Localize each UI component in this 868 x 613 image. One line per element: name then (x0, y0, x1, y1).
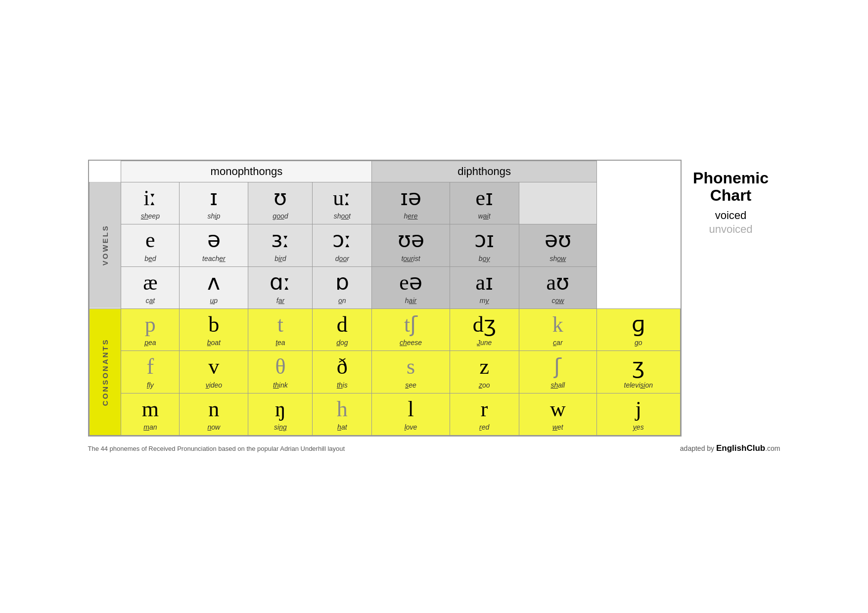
phoneme-symbol: ʊ (250, 186, 310, 210)
phoneme-cell: ʌ up (180, 266, 248, 308)
vowel-row-1: VOWELS iː sheep ɪ ship ʊ good (89, 182, 680, 224)
phoneme-symbol: ɪ (182, 186, 246, 210)
phoneme-cell: e bed (121, 224, 180, 266)
phoneme-cell: ʊə tourist (372, 224, 450, 266)
phoneme-word: cheese (374, 339, 447, 347)
phoneme-cell: n now (180, 393, 248, 435)
phoneme-word: fly (123, 381, 177, 389)
phoneme-symbol: aʊ (521, 271, 594, 295)
phoneme-cell: w wet (519, 393, 596, 435)
phoneme-cell: h hat (313, 393, 372, 435)
consonant-row-1: CONSONANTS p pea b boat t tea (89, 309, 680, 351)
phoneme-symbol: ð (315, 355, 369, 379)
phoneme-word: cat (123, 297, 177, 305)
phoneme-word: think (250, 381, 310, 389)
phoneme-word: hair (374, 297, 447, 305)
phoneme-cell: dʒ June (450, 309, 519, 351)
footer-description: The 44 phonemes of Received Pronunciatio… (88, 445, 345, 452)
phoneme-word: boy (452, 255, 517, 263)
phoneme-word: teacher (182, 255, 246, 263)
phoneme-symbol: ɔː (315, 228, 369, 252)
phoneme-symbol: ɒ (315, 271, 369, 295)
phoneme-word: boat (182, 339, 246, 347)
phonemic-table: monophthongs diphthongs VOWELS iː sheep (89, 161, 681, 436)
legend-panel: PhonemicChart voiced unvoiced (682, 160, 780, 246)
consonant-row-2: f fly v video θ think ð (89, 351, 680, 393)
phoneme-symbol: ʊə (374, 228, 447, 252)
phoneme-cell: ŋ sing (248, 393, 313, 435)
phoneme-word: wet (521, 423, 594, 431)
phoneme-cell: ð this (313, 351, 372, 393)
phoneme-word: see (374, 381, 447, 389)
main-table: monophthongs diphthongs VOWELS iː sheep (88, 160, 682, 437)
phoneme-symbol: w (521, 397, 594, 421)
legend-unvoiced: unvoiced (709, 223, 752, 236)
phoneme-cell: ɜː bird (248, 224, 313, 266)
phoneme-word: bird (250, 255, 310, 263)
phoneme-cell: ʃ shall (519, 351, 596, 393)
phoneme-cell: f fly (121, 351, 180, 393)
phoneme-word: yes (599, 423, 678, 431)
phoneme-symbol: ɔɪ (452, 228, 517, 252)
phoneme-word: show (521, 255, 594, 263)
phoneme-cell: eɪ wait (450, 182, 519, 224)
phoneme-symbol: ɜː (250, 228, 310, 252)
phoneme-cell: s see (372, 351, 450, 393)
phoneme-cell: ɑː far (248, 266, 313, 308)
phoneme-symbol: æ (123, 271, 177, 295)
phoneme-symbol: r (452, 397, 517, 421)
phoneme-symbol: j (599, 397, 678, 421)
phoneme-symbol: eə (374, 271, 447, 295)
phoneme-cell: ʊ good (248, 182, 313, 224)
phoneme-word: red (452, 423, 517, 431)
phoneme-symbol: m (123, 397, 177, 421)
consonants-label: CONSONANTS (89, 309, 121, 436)
phoneme-cell: ɔː door (313, 224, 372, 266)
phoneme-symbol: t (250, 313, 310, 337)
phoneme-symbol: d (315, 313, 369, 337)
footer: The 44 phonemes of Received Pronunciatio… (88, 443, 780, 453)
footer-credit: adapted by EnglishClub.com (680, 443, 780, 453)
phoneme-word: pea (123, 339, 177, 347)
phoneme-word: television (599, 381, 678, 389)
vowels-label: VOWELS (89, 182, 121, 308)
footer-suffix: .com (765, 444, 780, 452)
phoneme-word: sing (250, 423, 310, 431)
phoneme-symbol: ʃ (521, 355, 594, 379)
phoneme-word: now (182, 423, 246, 431)
phoneme-cell: l love (372, 393, 450, 435)
phoneme-symbol: θ (250, 355, 310, 379)
phoneme-word: here (374, 212, 447, 220)
phoneme-word: man (123, 423, 177, 431)
phoneme-cell: uː shoot (313, 182, 372, 224)
phoneme-word: door (315, 255, 369, 263)
phoneme-word: wait (452, 212, 517, 220)
phoneme-symbol: ŋ (250, 397, 310, 421)
phoneme-cell: aʊ cow (519, 266, 596, 308)
phoneme-symbol: ɡ (599, 313, 678, 337)
phoneme-symbol: ə (182, 228, 246, 252)
phoneme-cell: p pea (121, 309, 180, 351)
phoneme-word: on (315, 297, 369, 305)
phoneme-word: this (315, 381, 369, 389)
phoneme-symbol: v (182, 355, 246, 379)
vowel-row-2: e bed ə teacher ɜː bird ɔː (89, 224, 680, 266)
phoneme-cell: ə teacher (180, 224, 248, 266)
phoneme-word: love (374, 423, 447, 431)
phoneme-word: tourist (374, 255, 447, 263)
phoneme-symbol: aɪ (452, 271, 517, 295)
phoneme-word: tea (250, 339, 310, 347)
phoneme-symbol: f (123, 355, 177, 379)
phoneme-cell: tʃ cheese (372, 309, 450, 351)
phoneme-symbol: uː (315, 186, 369, 210)
phoneme-symbol: b (182, 313, 246, 337)
phoneme-cell: aɪ my (450, 266, 519, 308)
phoneme-symbol: əʊ (521, 228, 594, 252)
phoneme-cell: ɪ ship (180, 182, 248, 224)
phoneme-symbol: p (123, 313, 177, 337)
phoneme-word: hat (315, 423, 369, 431)
page-wrapper: monophthongs diphthongs VOWELS iː sheep (88, 160, 780, 453)
phoneme-cell: j yes (597, 393, 680, 435)
phoneme-cell: m man (121, 393, 180, 435)
header-spacer (597, 161, 680, 182)
